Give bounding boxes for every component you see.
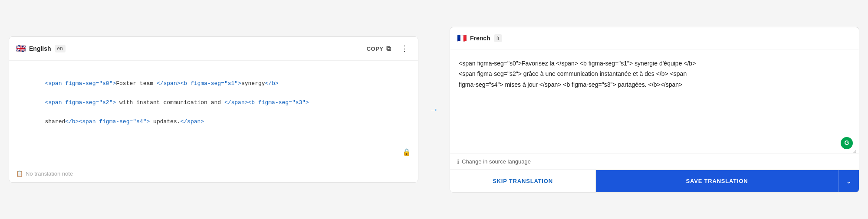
source-lang-info: 🇬🇧 English en xyxy=(16,44,66,53)
source-panel-header: 🇬🇧 English en COPY ⧉ ⋮ xyxy=(9,37,418,61)
direction-arrow: → xyxy=(425,104,443,115)
more-icon: ⋮ xyxy=(401,44,408,53)
more-options-button[interactable]: ⋮ xyxy=(398,43,411,54)
target-lang-name: French xyxy=(470,35,490,42)
source-header-actions: COPY ⧉ ⋮ xyxy=(363,43,411,54)
action-row: SKIP TRANSLATION SAVE TRANSLATION ⌄ xyxy=(450,170,859,192)
note-icon: 📋 xyxy=(16,170,23,177)
change-notice-text: Change in source language xyxy=(462,158,531,165)
translation-content-area[interactable]: <span figma-seg="s0">Favorisez la </span… xyxy=(450,49,859,154)
code-span-s0-open: <span figma-seg="s0"> xyxy=(45,80,116,87)
resize-handle[interactable]: ⊿ xyxy=(853,147,858,153)
skip-translation-button[interactable]: SKIP TRANSLATION xyxy=(450,170,596,192)
info-icon: ℹ xyxy=(457,158,459,165)
copy-icon: ⧉ xyxy=(386,45,391,52)
save-translation-button[interactable]: SAVE TRANSLATION xyxy=(596,170,838,192)
save-dropdown-button[interactable]: ⌄ xyxy=(838,170,859,192)
source-content-area: <span figma-seg="s0">Foster team </span>… xyxy=(9,61,418,165)
lock-icon: 🔒 xyxy=(402,147,411,159)
translation-panel: 🇫🇷 French fr <span figma-seg="s0">Favori… xyxy=(450,27,859,193)
french-flag-icon: 🇫🇷 xyxy=(457,33,467,43)
target-lang-code: fr xyxy=(494,34,502,42)
english-flag-icon: 🇬🇧 xyxy=(16,44,26,53)
save-section: SAVE TRANSLATION ⌄ xyxy=(596,170,859,192)
grammarly-icon: G xyxy=(841,137,853,149)
translation-panel-header: 🇫🇷 French fr xyxy=(450,27,859,49)
copy-label: COPY xyxy=(367,46,384,52)
change-notice-bar: ℹ Change in source language xyxy=(450,154,859,170)
source-lang-code: en xyxy=(55,45,66,52)
chevron-down-icon: ⌄ xyxy=(846,177,852,185)
target-lang-info: 🇫🇷 French fr xyxy=(457,33,502,43)
copy-button[interactable]: COPY ⧉ xyxy=(363,43,395,54)
source-lang-name: English xyxy=(29,45,51,52)
source-panel-footer: 📋 No translation note xyxy=(9,165,418,182)
source-code-text: <span figma-seg="s0">Foster team </span>… xyxy=(18,69,409,137)
translation-note: 📋 No translation note xyxy=(16,170,73,177)
source-panel: 🇬🇧 English en COPY ⧉ ⋮ <span figma-seg="… xyxy=(9,36,418,183)
main-container: 🇬🇧 English en COPY ⧉ ⋮ <span figma-seg="… xyxy=(9,27,859,193)
translation-text: <span figma-seg="s0">Favorisez la </span… xyxy=(459,58,850,90)
